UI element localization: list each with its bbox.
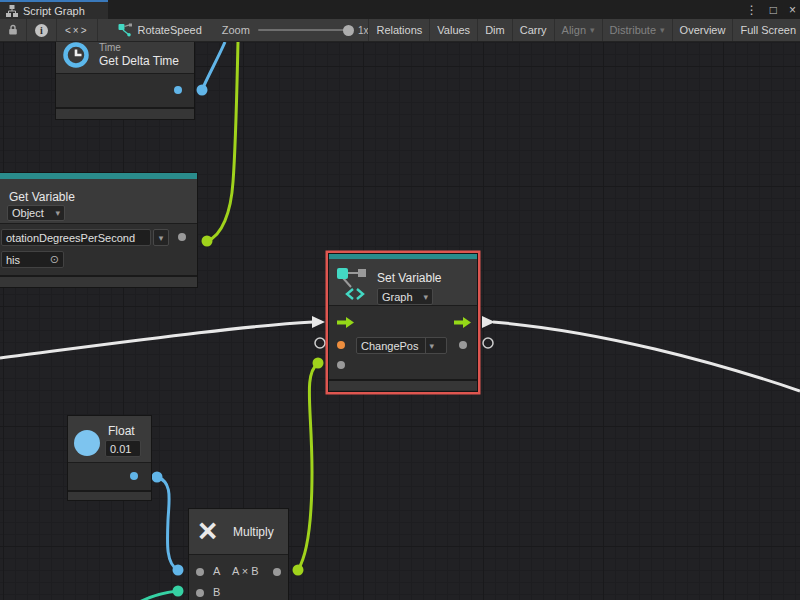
- flow-wire-out: [493, 322, 800, 391]
- connection-dot: [197, 85, 208, 96]
- node-header: Get Variable Object▾: [0, 179, 197, 223]
- connection-dot: [152, 472, 163, 483]
- empty-port-circle[interactable]: [483, 338, 493, 348]
- tab-script-graph[interactable]: Script Graph: [0, 0, 108, 19]
- input-a-port[interactable]: [196, 568, 204, 576]
- variable-name-dropdown-button[interactable]: ▾: [153, 229, 169, 246]
- wire-multiply-b: [122, 591, 178, 600]
- menu-icon[interactable]: ⋮: [746, 4, 758, 16]
- tab-title: Script Graph: [23, 5, 85, 17]
- zoom-value: 1x: [358, 25, 369, 36]
- node-header: Set Variable Graph▾: [329, 259, 477, 305]
- graph-canvas[interactable]: Time Get Delta Time Get Variable Object▾…: [0, 42, 800, 600]
- variable-name-input-port[interactable]: [337, 341, 345, 349]
- node-title: Get Delta Time: [99, 54, 179, 68]
- dropdown-arrow-section[interactable]: ▾: [425, 338, 435, 353]
- node-header: Time Get Delta Time: [56, 42, 194, 73]
- variable-name-field[interactable]: otationDegreesPerSecond: [1, 229, 151, 246]
- object-picker-icon[interactable]: ⊙: [50, 253, 59, 266]
- distribute-button[interactable]: Distribute▾: [602, 19, 672, 41]
- close-icon[interactable]: ×: [789, 4, 796, 16]
- overview-button[interactable]: Overview: [672, 19, 733, 41]
- chevron-down-icon: ▾: [430, 341, 435, 351]
- chevron-down-icon: ▾: [590, 25, 595, 35]
- lock-icon: [8, 24, 18, 36]
- node-get-delta-time[interactable]: Time Get Delta Time: [55, 42, 195, 120]
- value-input-port[interactable]: [337, 361, 345, 369]
- variable-kind-dropdown[interactable]: Graph▾: [377, 288, 433, 305]
- variable-kind-dropdown[interactable]: Object▾: [7, 205, 65, 221]
- flow-wire-in: [0, 322, 313, 358]
- maximize-icon[interactable]: □: [770, 4, 777, 16]
- angle-brackets-icon: <×>: [65, 25, 89, 36]
- zoom-slider-track[interactable]: [258, 29, 350, 31]
- variable-name-dropdown[interactable]: ChangePos ▾: [356, 337, 447, 354]
- flow-output-port[interactable]: [454, 314, 471, 325]
- wire-multiply-result: [298, 363, 318, 570]
- node-multiply[interactable]: × Multiply A A × B B: [188, 508, 289, 600]
- connection-dot: [293, 565, 304, 576]
- node-set-variable[interactable]: Set Variable Graph▾ ChangePos ▾: [328, 253, 478, 392]
- port-a-label: A: [213, 565, 220, 577]
- graph-hierarchy-icon: [6, 5, 18, 17]
- value-output-port[interactable]: [130, 472, 138, 480]
- align-button[interactable]: Align▾: [554, 19, 602, 41]
- node-body: [56, 73, 194, 107]
- node-title: Multiply: [233, 525, 274, 539]
- node-body: otationDegreesPerSecond ▾ his ⊙: [0, 223, 197, 275]
- float-circle-icon: [74, 430, 100, 456]
- graph-asset-icon: [118, 23, 132, 37]
- port-result-label: A × B: [232, 565, 259, 577]
- zoom-slider-handle[interactable]: [343, 25, 354, 36]
- info-icon: i: [35, 24, 48, 37]
- input-b-port[interactable]: [196, 589, 204, 597]
- node-footer: [329, 379, 477, 390]
- flow-output-triangle[interactable]: [482, 316, 495, 328]
- value-output-port[interactable]: [178, 233, 186, 241]
- node-footer: [56, 107, 194, 119]
- target-object-field[interactable]: his ⊙: [1, 251, 64, 268]
- node-header: Float 0.01: [68, 416, 151, 462]
- chevron-down-icon: ▾: [55, 208, 60, 218]
- connection-dot: [173, 586, 184, 597]
- connections-toggle-button[interactable]: <×>: [57, 19, 98, 41]
- chevron-down-icon: ▾: [660, 25, 665, 35]
- node-body: [68, 462, 151, 490]
- empty-port-circle[interactable]: [315, 338, 325, 348]
- connection-dot: [313, 358, 324, 369]
- float-value-field[interactable]: 0.01: [105, 440, 141, 457]
- lock-button[interactable]: [0, 19, 27, 41]
- unity-script-graph-window: Script Graph ⋮ □ × i <×> RotateSpeed Zoo…: [0, 0, 800, 600]
- carry-button[interactable]: Carry: [512, 19, 554, 41]
- flow-input-triangle[interactable]: [312, 316, 325, 328]
- tab-bar: Script Graph ⋮ □ ×: [0, 0, 800, 19]
- clock-icon: [62, 42, 90, 69]
- dim-button[interactable]: Dim: [477, 19, 512, 41]
- zoom-label: Zoom: [222, 24, 250, 36]
- chevron-down-icon: ▾: [423, 292, 428, 302]
- graph-asset-reference[interactable]: RotateSpeed: [112, 19, 208, 41]
- full-screen-button[interactable]: Full Screen: [732, 19, 800, 41]
- values-button[interactable]: Values: [429, 19, 477, 41]
- result-output-port[interactable]: [273, 568, 281, 576]
- node-float[interactable]: Float 0.01: [67, 415, 152, 501]
- relations-button[interactable]: Relations: [368, 19, 429, 41]
- node-title: Set Variable: [377, 271, 441, 285]
- node-surtitle: Time: [99, 42, 121, 53]
- value-output-port[interactable]: [174, 86, 182, 94]
- chevron-down-icon: ▾: [159, 233, 164, 243]
- node-title: Float: [108, 424, 135, 438]
- info-button[interactable]: i: [27, 19, 57, 41]
- value-output-port[interactable]: [459, 341, 467, 349]
- flow-input-port[interactable]: [337, 314, 354, 325]
- node-body: A A × B B: [189, 554, 288, 600]
- node-title: Get Variable: [9, 190, 75, 204]
- node-get-variable[interactable]: Get Variable Object▾ otationDegreesPerSe…: [0, 172, 198, 288]
- node-header: × Multiply: [189, 509, 288, 554]
- port-b-label: B: [213, 586, 220, 598]
- node-body: ChangePos ▾: [329, 305, 477, 379]
- node-footer: [0, 275, 197, 287]
- connection-dot: [173, 565, 184, 576]
- set-variable-icon: [336, 265, 368, 301]
- graph-asset-name: RotateSpeed: [138, 24, 202, 36]
